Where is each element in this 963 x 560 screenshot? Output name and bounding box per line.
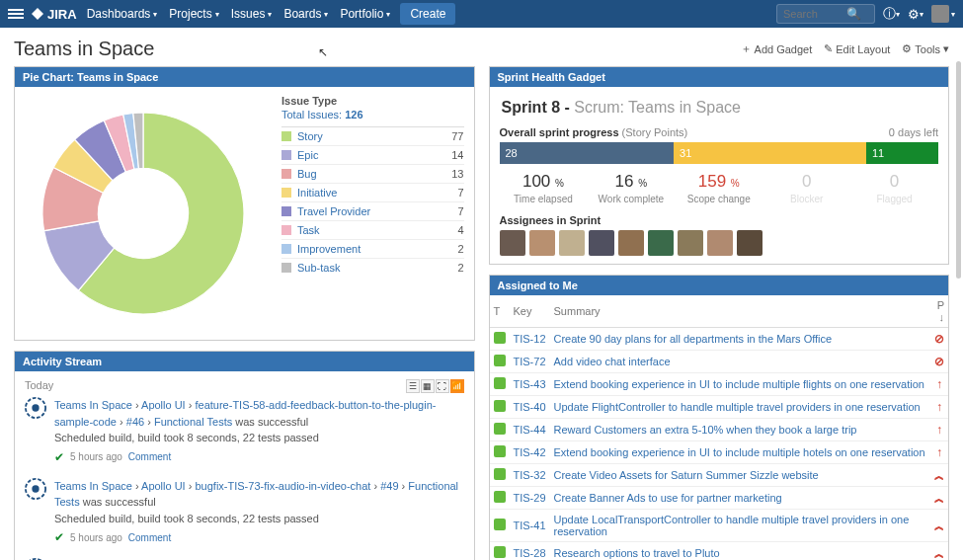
assignee-avatar[interactable] [589, 230, 614, 256]
issue-type-icon [494, 519, 506, 530]
issue-type-icon [494, 332, 506, 344]
legend-row[interactable]: Travel Provider7 [281, 201, 464, 220]
nav-projects[interactable]: Projects▾ [169, 7, 218, 21]
assignees-row [500, 230, 939, 256]
edit-layout-button[interactable]: ✎ Edit Layout [824, 41, 890, 56]
issue-key[interactable]: TIS-40 [514, 401, 546, 413]
issue-summary[interactable]: Create Video Assets for Saturn Summer Si… [554, 469, 819, 481]
issue-summary[interactable]: Update LocalTransportController to handl… [554, 514, 910, 537]
assignee-avatar[interactable] [737, 230, 762, 256]
search-input[interactable] [783, 8, 843, 20]
issue-summary[interactable]: Extend booking experience in UI to inclu… [554, 446, 925, 458]
legend-row[interactable]: Epic14 [281, 145, 464, 164]
legend-row[interactable]: Sub-task2 [281, 258, 464, 277]
issue-row[interactable]: TIS-29 Create Banner Ads to use for part… [490, 487, 949, 510]
assignee-avatar[interactable] [559, 230, 585, 256]
assignee-avatar[interactable] [618, 230, 644, 256]
view-grid-icon[interactable]: ▦ [421, 379, 435, 393]
issue-key[interactable]: TIS-12 [514, 333, 546, 345]
rss-icon[interactable]: 📶 [450, 379, 464, 393]
issue-summary[interactable]: Create 90 day plans for all departments … [554, 333, 833, 345]
issue-summary[interactable]: Extend booking experience in UI to inclu… [554, 378, 924, 390]
priority-highest-icon: ︽ [934, 548, 944, 559]
issue-row[interactable]: TIS-44 Reward Customers an extra 5-10% w… [490, 419, 949, 441]
create-button[interactable]: Create [400, 3, 455, 25]
add-gadget-button[interactable]: ＋ Add Gadget [741, 41, 813, 56]
hamburger-icon[interactable] [8, 9, 24, 19]
activity-item: Teams In Space › Apollo UI › feature-TIS… [25, 397, 464, 466]
comment-link[interactable]: Comment [128, 530, 171, 545]
progress-bar: 283111 [500, 142, 939, 164]
pie-chart [25, 95, 262, 332]
assigned-to-me-panel: Assigned to Me T Key Summary P ↓ TIS-12 … [489, 275, 950, 560]
issue-key[interactable]: TIS-41 [514, 520, 546, 531]
issue-summary[interactable]: Create Banner Ads to use for partner mar… [554, 492, 782, 504]
assignee-avatar[interactable] [707, 230, 733, 256]
progress-segment: 11 [866, 142, 938, 164]
issue-type-icon [494, 423, 506, 435]
assigned-header: Assigned to Me [490, 276, 949, 295]
nav-dashboards[interactable]: Dashboards▾ [87, 7, 158, 21]
issue-key[interactable]: TIS-29 [514, 492, 546, 504]
scrollbar[interactable] [956, 61, 961, 279]
priority-high-icon: ↑ [936, 400, 942, 414]
issue-key[interactable]: TIS-32 [514, 469, 546, 481]
pie-legend: Issue Type Total Issues: 126 Story77Epic… [281, 95, 464, 332]
legend-row[interactable]: Initiative7 [281, 183, 464, 201]
search-icon: 🔍 [846, 7, 861, 21]
nav-portfolio[interactable]: Portfolio▾ [340, 7, 390, 21]
legend-row[interactable]: Story77 [281, 126, 464, 145]
priority-high-icon: ↑ [936, 423, 942, 437]
issue-summary[interactable]: Add video chat interface [554, 356, 671, 367]
comment-link[interactable]: Comment [128, 449, 171, 464]
priority-blocker-icon: ⊘ [934, 332, 944, 346]
tools-button[interactable]: ⚙ Tools ▾ [902, 41, 949, 56]
issue-key[interactable]: TIS-44 [514, 424, 546, 436]
view-full-icon[interactable]: ⛶ [436, 379, 449, 393]
issue-key[interactable]: TIS-43 [514, 378, 546, 390]
issue-row[interactable]: TIS-32 Create Video Assets for Saturn Su… [490, 464, 949, 487]
help-icon[interactable]: ⓘ [883, 5, 896, 23]
settings-icon[interactable]: ⚙ [908, 7, 920, 22]
sprint-stat: 100 %Time elapsed [500, 172, 588, 204]
issue-row[interactable]: TIS-41 Update LocalTransportController t… [490, 510, 949, 542]
user-avatar[interactable] [931, 5, 949, 23]
activity-header: Activity Stream [15, 352, 474, 371]
issue-type-icon [494, 491, 506, 503]
priority-highest-icon: ︽ [934, 520, 944, 531]
issue-row[interactable]: TIS-43 Extend booking experience in UI t… [490, 373, 949, 396]
view-list-icon[interactable]: ☰ [406, 379, 420, 393]
issues-table: T Key Summary P ↓ TIS-12 Create 90 day p… [490, 295, 949, 560]
nav-boards[interactable]: Boards▾ [283, 7, 328, 21]
assignee-avatar[interactable] [678, 230, 703, 256]
priority-blocker-icon: ⊘ [934, 355, 944, 368]
issue-type-icon [494, 445, 506, 457]
legend-row[interactable]: Bug13 [281, 164, 464, 183]
issue-summary[interactable]: Update FlightController to handle multip… [554, 401, 921, 413]
issue-type-icon [494, 377, 506, 389]
sprint-stat: 16 %Work complete [587, 172, 675, 204]
assignee-avatar[interactable] [529, 230, 555, 256]
priority-highest-icon: ︽ [934, 470, 944, 481]
jira-logo[interactable]: JIRA [32, 7, 77, 22]
progress-segment: 28 [500, 142, 675, 164]
issue-summary[interactable]: Reward Customers an extra 5-10% when the… [554, 424, 857, 436]
legend-row[interactable]: Improvement2 [281, 239, 464, 258]
page-header: Teams in Space ＋ Add Gadget ✎ Edit Layou… [0, 28, 963, 66]
assignee-avatar[interactable] [648, 230, 674, 256]
issue-key[interactable]: TIS-72 [514, 356, 546, 367]
issue-row[interactable]: TIS-72 Add video chat interface ⊘ [490, 351, 949, 373]
issue-row[interactable]: TIS-42 Extend booking experience in UI t… [490, 441, 949, 464]
issue-row[interactable]: TIS-28 Research options to travel to Plu… [490, 542, 949, 561]
issue-key[interactable]: TIS-42 [514, 446, 546, 458]
assignee-avatar[interactable] [500, 230, 525, 256]
nav-issues[interactable]: Issues▾ [231, 7, 273, 21]
issue-key[interactable]: TIS-28 [514, 547, 546, 559]
issue-row[interactable]: TIS-12 Create 90 day plans for all depar… [490, 328, 949, 351]
activity-item: Teams In Space › Apollo UI › bugfix-TIS-… [25, 478, 464, 547]
search-box[interactable]: 🔍 [776, 4, 875, 24]
issue-row[interactable]: TIS-40 Update FlightController to handle… [490, 396, 949, 419]
legend-row[interactable]: Task4 [281, 220, 464, 239]
issue-summary[interactable]: Research options to travel to Pluto [554, 547, 720, 559]
svg-point-1 [32, 404, 39, 411]
